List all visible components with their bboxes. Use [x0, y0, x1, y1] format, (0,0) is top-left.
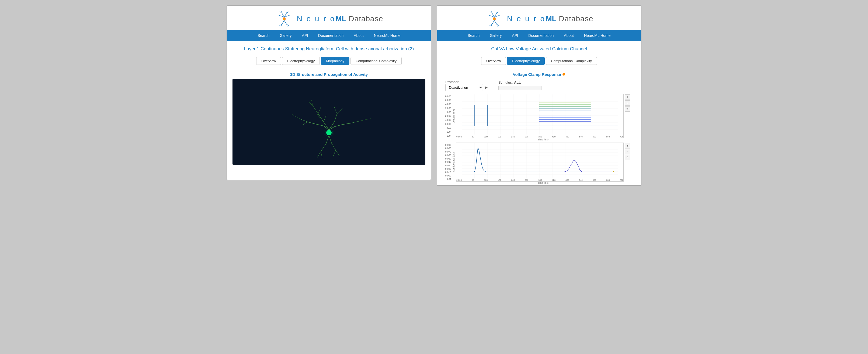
logo-icon-left — [275, 11, 293, 27]
voltage-clamp-label: Voltage Clamp Response — [513, 72, 561, 77]
svg-line-11 — [278, 15, 281, 15]
voltage-chart-area: 0.008 60 120 180 240 300 360 420 480 540… — [456, 94, 624, 138]
svg-line-9 — [288, 15, 291, 15]
stimulus-bar-container — [498, 86, 541, 91]
right-panel: N e u r oML Database Search Gallery API … — [437, 5, 642, 186]
protocol-select-wrap: Deactivation ▶ — [445, 84, 488, 91]
conductance-zoom-controls: + − ↺ — [625, 143, 630, 182]
logo-database-left: Database — [346, 14, 383, 23]
logo-text-right: N e u r oML Database — [507, 14, 593, 23]
stimulus-label: Stimulus: — [498, 80, 513, 84]
voltage-y-axis: 80.00 60.00 40.00 20.00 0.00 -20.00 -40.… — [441, 94, 452, 138]
nav-documentation-right[interactable]: Documentation — [527, 33, 555, 38]
nav-search-left[interactable]: Search — [256, 33, 271, 38]
voltage-clamp-title: Voltage Clamp Response — [437, 68, 641, 79]
logo-ml-left: ML — [335, 14, 346, 23]
voltage-zoom-reset[interactable]: ↺ — [625, 106, 630, 112]
voltage-x-ticks: 0.008 60 120 180 240 300 360 420 480 540… — [456, 136, 623, 138]
protocol-row: Protocol: Deactivation ▶ Stimulus: ALL — [437, 79, 641, 94]
stimulus-section: Stimulus: ALL — [498, 80, 541, 91]
logo-neuro-left: N e u r o — [297, 14, 335, 23]
svg-line-67 — [488, 15, 491, 15]
voltage-chart-container: 80.00 60.00 40.00 20.00 0.00 -20.00 -40.… — [441, 94, 630, 141]
logo-icon-right — [485, 11, 504, 27]
logo-text-left: N e u r oML Database — [297, 14, 383, 23]
conductance-x-ticks: 0.008 60 120 180 240 300 360 420 480 540… — [456, 179, 623, 181]
nav-neuroml-home-right[interactable]: NeuroML Home — [583, 33, 612, 38]
logo-database-right: Database — [557, 14, 593, 23]
logo-neuro-right: N e u r o — [507, 14, 546, 23]
stimulus-slider[interactable] — [498, 86, 541, 90]
logo-area-right: N e u r oML Database — [437, 6, 641, 30]
tab-morphology-left[interactable]: Morphology — [321, 57, 349, 65]
nav-bar-left: Search Gallery API Documentation About N… — [227, 30, 431, 41]
tab-computational-complexity-right[interactable]: Computational Complexity — [546, 57, 597, 65]
svg-line-65 — [498, 15, 501, 15]
svg-line-15 — [284, 21, 287, 24]
conductance-chart-area: 0.008 60 120 180 240 300 360 420 480 540… — [456, 143, 624, 182]
tabs-right: Overview Electrophysiology Computational… — [437, 56, 641, 68]
svg-rect-18 — [253, 79, 404, 165]
tab-computational-complexity-left[interactable]: Computational Complexity — [350, 57, 402, 65]
protocol-section: Protocol: Deactivation ▶ — [445, 80, 488, 91]
logo-ml-right: ML — [546, 14, 556, 23]
svg-line-71 — [494, 21, 497, 24]
conductance-chart-svg — [456, 143, 623, 178]
logo-area-left: N e u r oML Database — [227, 6, 431, 30]
nav-bar-right: Search Gallery API Documentation About N… — [437, 30, 641, 41]
nav-gallery-left[interactable]: Gallery — [279, 33, 292, 38]
nav-api-right[interactable]: API — [511, 33, 519, 38]
voltage-x-label: Time (ms) — [456, 138, 630, 141]
voltage-chart-wrapper: 80.00 60.00 40.00 20.00 0.00 -20.00 -40.… — [441, 94, 630, 138]
conductance-zoom-reset[interactable]: ↺ — [625, 155, 630, 160]
voltage-zoom-out[interactable]: − — [625, 100, 630, 106]
voltage-y-label: Voltage (mV) — [452, 94, 456, 138]
tab-electrophysiology-left[interactable]: Electrophysiology — [282, 57, 320, 65]
protocol-label: Protocol: — [445, 80, 488, 84]
left-panel: N e u r oML Database Search Gallery API … — [226, 5, 431, 180]
svg-point-19 — [326, 130, 332, 135]
nav-documentation-left[interactable]: Documentation — [317, 33, 345, 38]
voltage-zoom-in[interactable]: + — [625, 95, 630, 100]
page-title-left: Layer 1 Continuous Stuttering Neurogliaf… — [227, 41, 431, 56]
tabs-left: Overview Electrophysiology Morphology Co… — [227, 56, 431, 68]
svg-line-68 — [492, 21, 494, 24]
conductance-y-axis: 0.090 0.080 0.070 0.060 0.050 0.040 0.03… — [441, 143, 452, 182]
tab-overview-left[interactable]: Overview — [256, 57, 281, 65]
section-title-left: 3D Structure and Propagation of Activity — [227, 68, 431, 79]
voltage-chart-svg — [456, 94, 623, 135]
tab-electrophysiology-right[interactable]: Electrophysiology — [507, 57, 545, 65]
conductance-y-label: Conductance (pS) — [452, 143, 456, 182]
page-title-right: CaLVA Low Voltage Activated Calcium Chan… — [437, 41, 641, 56]
svg-line-12 — [282, 21, 284, 24]
protocol-dropdown[interactable]: Deactivation — [445, 84, 483, 91]
conductance-zoom-in[interactable]: + — [625, 143, 630, 148]
nav-about-right[interactable]: About — [563, 33, 575, 38]
tab-overview-right[interactable]: Overview — [481, 57, 506, 65]
orange-dot-icon — [562, 73, 565, 76]
conductance-chart-wrapper: 0.090 0.080 0.070 0.060 0.050 0.040 0.03… — [441, 143, 630, 182]
conductance-chart-container: 0.090 0.080 0.070 0.060 0.050 0.040 0.03… — [441, 143, 630, 184]
stimulus-value: ALL — [514, 80, 521, 84]
nav-search-right[interactable]: Search — [467, 33, 480, 38]
svg-point-57 — [493, 18, 495, 20]
neuron-3d-svg — [232, 79, 425, 165]
nav-neuroml-home-left[interactable]: NeuroML Home — [373, 33, 401, 38]
voltage-zoom-controls: + − ↺ — [625, 94, 630, 138]
nav-api-left[interactable]: API — [301, 33, 309, 38]
nav-about-left[interactable]: About — [353, 33, 365, 38]
structure-area — [232, 79, 425, 165]
conductance-x-label: Time (ms) — [456, 182, 630, 184]
svg-point-1 — [283, 18, 285, 20]
conductance-zoom-out[interactable]: − — [625, 149, 630, 154]
nav-gallery-right[interactable]: Gallery — [489, 33, 503, 38]
protocol-toggle-icon[interactable]: ▶ — [485, 85, 488, 89]
